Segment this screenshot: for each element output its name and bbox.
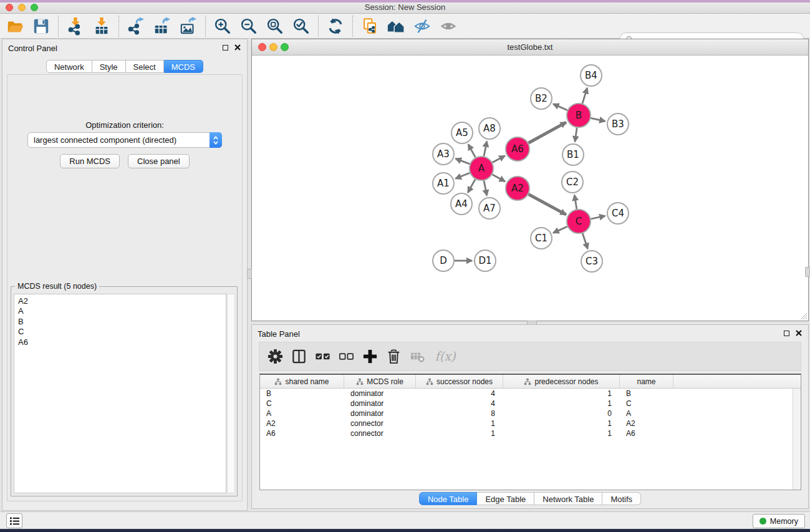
edge-B-B4[interactable] bbox=[582, 88, 587, 104]
import-table-button[interactable] bbox=[90, 16, 113, 37]
zoom-in-button[interactable] bbox=[211, 16, 234, 37]
edge-A-A4[interactable] bbox=[468, 179, 475, 192]
tab-network-table[interactable]: Network Table bbox=[534, 492, 602, 505]
main-titlebar: Session: New Session bbox=[0, 0, 810, 14]
save-session-button[interactable] bbox=[30, 16, 52, 37]
run-mcds-button[interactable]: Run MCDS bbox=[60, 154, 120, 168]
edge-B-B1[interactable] bbox=[575, 128, 577, 142]
network-maximize-button[interactable] bbox=[281, 43, 289, 51]
edge-C-C1[interactable] bbox=[553, 226, 567, 233]
cell: dominator bbox=[344, 389, 416, 398]
column-header-label: MCDS role bbox=[367, 377, 403, 386]
zoom-fit-button[interactable] bbox=[264, 16, 286, 37]
select-all-button[interactable] bbox=[314, 348, 331, 365]
tab-select[interactable]: Select bbox=[126, 60, 164, 73]
delete-column-button[interactable] bbox=[385, 348, 402, 365]
hide-selected-button[interactable] bbox=[411, 16, 433, 37]
export-image-button[interactable] bbox=[177, 16, 200, 37]
export-network-button[interactable] bbox=[125, 16, 147, 37]
first-neighbors-button[interactable] bbox=[385, 16, 407, 37]
close-panel-icon[interactable] bbox=[796, 330, 802, 336]
result-list-scrollbar[interactable] bbox=[227, 294, 235, 493]
column-header-name[interactable]: name bbox=[620, 375, 673, 388]
edge-A-A1[interactable] bbox=[456, 173, 470, 178]
show-all-icon bbox=[439, 17, 458, 36]
edge-A-A6[interactable] bbox=[493, 156, 505, 163]
left-split-divider-handle[interactable] bbox=[247, 269, 252, 279]
toolbar-separator bbox=[318, 16, 319, 37]
result-item[interactable]: A bbox=[14, 306, 226, 316]
duplicate-network-button[interactable] bbox=[359, 16, 381, 37]
tab-node-table[interactable]: Node Table bbox=[419, 492, 478, 505]
resize-grip-icon[interactable] bbox=[799, 311, 808, 320]
open-session-button[interactable] bbox=[4, 16, 26, 37]
zoom-out-button[interactable] bbox=[238, 16, 260, 37]
column-header-MCDS-role[interactable]: MCDS role bbox=[344, 375, 416, 388]
edge-C-C4[interactable] bbox=[591, 216, 605, 219]
table-row[interactable]: A2connector11A2 bbox=[260, 418, 793, 428]
column-header-shared-name[interactable]: shared name bbox=[260, 375, 344, 388]
result-item[interactable]: A6 bbox=[14, 337, 226, 347]
main-toolbar-groups bbox=[4, 16, 460, 37]
result-item[interactable]: B bbox=[14, 317, 226, 327]
show-all-button[interactable] bbox=[437, 16, 460, 37]
edge-A-A8[interactable] bbox=[484, 142, 487, 157]
network-close-button[interactable] bbox=[258, 43, 266, 51]
edge-A-A3[interactable] bbox=[456, 158, 470, 164]
network-graph: B4B2BB3A8A5A6A3B1AC2A1A2A4A7C4CC1C3DD1 bbox=[253, 56, 808, 320]
table-row[interactable]: A6connector11A6 bbox=[260, 428, 793, 438]
edge-C-C3[interactable] bbox=[582, 233, 587, 249]
tab-style[interactable]: Style bbox=[92, 60, 126, 73]
tab-motifs[interactable]: Motifs bbox=[602, 492, 641, 505]
node-label-C1: C1 bbox=[535, 233, 547, 244]
list-icon bbox=[9, 516, 20, 526]
deselect-all-button[interactable] bbox=[338, 348, 355, 365]
export-table-icon bbox=[153, 17, 171, 36]
edge-A-A2[interactable] bbox=[493, 175, 505, 181]
result-item[interactable]: C bbox=[14, 327, 226, 337]
edge-C-C2[interactable] bbox=[574, 195, 577, 210]
select-stepper-icon[interactable] bbox=[210, 132, 222, 148]
edge-A6-B[interactable] bbox=[529, 122, 566, 143]
zoom-selected-button[interactable] bbox=[290, 16, 312, 37]
table-settings-button[interactable] bbox=[267, 348, 284, 365]
edge-A-A5[interactable] bbox=[468, 144, 475, 157]
deselect-all-icon bbox=[338, 348, 355, 365]
table-scrollbar[interactable] bbox=[793, 389, 801, 490]
network-canvas[interactable]: B4B2BB3A8A5A6A3B1AC2A1A2A4A7C4CC1C3DD1 bbox=[253, 56, 808, 320]
tab-network[interactable]: Network bbox=[46, 60, 92, 73]
edge-A-A7[interactable] bbox=[484, 181, 487, 196]
refresh-network-button[interactable] bbox=[324, 16, 347, 37]
criterion-select[interactable]: largest connected component (directed) bbox=[27, 132, 222, 148]
tab-mcds[interactable]: MCDS bbox=[164, 60, 203, 73]
minimize-window-button[interactable] bbox=[18, 4, 26, 11]
table-panel-title: Table Panel bbox=[258, 329, 300, 339]
edge-B-B2[interactable] bbox=[553, 104, 567, 110]
import-network-button[interactable] bbox=[64, 16, 87, 37]
column-header-predecessor-nodes[interactable]: predecessor nodes bbox=[503, 375, 620, 388]
memory-button[interactable]: Memory bbox=[753, 514, 805, 528]
export-table-button[interactable] bbox=[151, 16, 173, 37]
column-header-successor-nodes[interactable]: successor nodes bbox=[416, 375, 503, 388]
result-item[interactable]: A2 bbox=[14, 296, 226, 306]
close-panel-icon[interactable] bbox=[234, 44, 241, 51]
maximize-window-button[interactable] bbox=[31, 4, 38, 11]
float-panel-icon[interactable] bbox=[223, 45, 228, 51]
edge-A2-C[interactable] bbox=[529, 195, 566, 215]
table-row[interactable]: Cdominator41C bbox=[260, 399, 793, 409]
cell: C bbox=[260, 399, 344, 408]
network-minimize-button[interactable] bbox=[269, 43, 277, 51]
tab-edge-table[interactable]: Edge Table bbox=[477, 492, 534, 505]
close-window-button[interactable] bbox=[6, 4, 13, 11]
close-panel-button[interactable]: Close panel bbox=[128, 154, 190, 168]
refresh-network-icon bbox=[326, 17, 345, 36]
node-label-C3: C3 bbox=[586, 256, 598, 267]
column-layout-button[interactable] bbox=[291, 348, 307, 365]
table-row[interactable]: Bdominator41B bbox=[260, 389, 793, 399]
right-split-divider-handle[interactable] bbox=[805, 267, 810, 277]
add-column-button[interactable] bbox=[362, 348, 378, 365]
table-row[interactable]: Adominator80A bbox=[260, 409, 793, 418]
edge-B-B3[interactable] bbox=[591, 118, 605, 121]
float-panel-icon[interactable] bbox=[784, 331, 789, 336]
overview-list-button[interactable] bbox=[6, 513, 22, 528]
